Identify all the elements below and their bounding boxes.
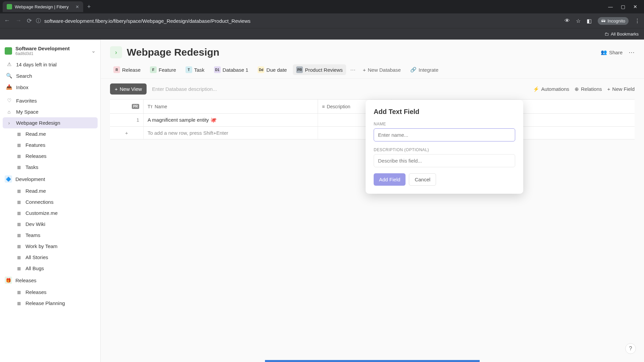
sidebar-item-webpage-redesign[interactable]: › Webpage Redesign — [3, 117, 98, 128]
all-bookmarks-link[interactable]: All Bookmarks — [611, 32, 639, 37]
sidebar-favorites[interactable]: ♡ Favorites — [0, 95, 100, 106]
sidebar-item-label: Releases — [25, 153, 47, 159]
sidebar-child-item[interactable]: ▦Customize.me — [0, 207, 100, 219]
db-tab-label: Release — [122, 67, 141, 73]
sidebar-item-label: Release Planning — [25, 300, 65, 306]
site-info-icon[interactable]: ⓘ — [36, 18, 41, 24]
chevron-right-icon[interactable]: › — [6, 120, 12, 126]
chevron-down-icon[interactable]: ⌄ — [91, 48, 96, 54]
name-input[interactable] — [374, 128, 515, 141]
new-view-button[interactable]: + New View — [110, 83, 147, 95]
sidebar-my-space[interactable]: ⌂ My Space — [0, 106, 100, 117]
description-icon: ≡ — [322, 104, 325, 109]
sidebar-item-label: All Bugs — [25, 265, 44, 271]
sidebar-child-item[interactable]: ▦Features — [0, 139, 100, 150]
database-tab[interactable]: PRProduct Reviews — [293, 64, 346, 75]
more-menu-icon[interactable]: ⋯ — [629, 49, 635, 56]
page-actions: 👥 Share ⋯ — [601, 49, 635, 56]
trial-notice[interactable]: ⚠ 14 days left in trial — [0, 59, 100, 70]
add-field-button[interactable]: Add Field — [374, 173, 406, 186]
back-icon[interactable]: ← — [4, 17, 10, 24]
sidebar: Software Development 6ad8d3d1 ⌄ ⚠ 14 day… — [0, 40, 101, 362]
description-input[interactable] — [374, 154, 515, 167]
database-tab[interactable]: RRelease — [110, 64, 144, 75]
plus-icon: + — [607, 86, 610, 92]
addr-right: 👁 ☆ ◧ 🕶 Incognito ⋮ — [565, 17, 640, 25]
bookmarks-bar: 🗀 All Bookmarks — [0, 28, 644, 40]
reload-icon[interactable]: ⟳ — [27, 17, 32, 24]
sidebar-child-item[interactable]: ▦Release Planning — [0, 298, 100, 309]
nav-buttons: ← → ⟳ — [4, 17, 32, 24]
db-chip-icon: PR — [296, 66, 303, 73]
new-db-label: New Database — [368, 67, 401, 73]
browser-tab[interactable]: Webpage Redesign | Fibery ✕ — [3, 1, 83, 12]
automations-button[interactable]: ⚡ Automations — [533, 86, 569, 92]
row-number-header: PR — [110, 100, 144, 113]
column-description[interactable]: ≡ Description — [318, 100, 372, 113]
browser-menu-icon[interactable]: ⋮ — [635, 18, 640, 24]
sidebar-child-item[interactable]: ▦Work by Team — [0, 241, 100, 252]
page-icon: ▦ — [16, 132, 21, 136]
database-tab[interactable]: DdDue date — [254, 64, 290, 75]
sidebar-inbox[interactable]: 📥 Inbox — [0, 81, 100, 93]
page-icon: ▦ — [16, 244, 21, 249]
share-button[interactable]: 👥 Share — [601, 49, 623, 55]
help-button[interactable]: ? — [625, 343, 636, 354]
collapse-sidebar-button[interactable]: › — [110, 46, 122, 58]
database-tab[interactable]: D1Database 1 — [211, 64, 252, 75]
minimize-icon[interactable]: — — [608, 4, 613, 9]
incognito-badge[interactable]: 🕶 Incognito — [598, 17, 629, 25]
page-icon: ▦ — [16, 233, 21, 238]
workspace-text: Software Development 6ad8d3d1 — [15, 46, 88, 56]
sidebar-space-development[interactable]: 🔷 Development — [0, 173, 100, 185]
sidebar-child-item[interactable]: ▦Teams — [0, 230, 100, 241]
sidebar-child-item[interactable]: ▦Tasks — [0, 162, 100, 173]
sidebar-child-item[interactable]: ▦Releases — [0, 150, 100, 162]
maximize-icon[interactable]: ▢ — [621, 4, 625, 9]
database-description-input[interactable]: Enter Database description... — [152, 86, 527, 92]
db-chip-icon: R — [113, 66, 120, 73]
new-database-button[interactable]: + New Database — [360, 65, 404, 75]
sidebar-item-label: Read.me — [25, 131, 46, 137]
page-title: Webpage Redesign — [127, 47, 219, 58]
favorites-label: Favorites — [16, 98, 37, 104]
database-tab[interactable]: FFeature — [147, 64, 179, 75]
sidebar-item-label: Teams — [25, 232, 40, 238]
eye-off-icon[interactable]: 👁 — [565, 18, 570, 24]
automations-label: Automations — [541, 86, 569, 92]
sidebar-search[interactable]: 🔍 Search — [0, 70, 100, 81]
side-panel-icon[interactable]: ◧ — [587, 18, 592, 24]
sidebar-child-item[interactable]: ▦All Bugs — [0, 263, 100, 274]
plus-icon: + — [115, 86, 118, 92]
integrate-button[interactable]: 🔗 Integrate — [407, 65, 442, 75]
db-chip-icon: Dd — [258, 66, 264, 73]
relations-button[interactable]: ⊕ Relations — [575, 86, 602, 92]
new-field-button[interactable]: + New Field — [607, 86, 635, 92]
sidebar-child-item[interactable]: ▦Read.me — [0, 128, 100, 139]
close-window-icon[interactable]: ✕ — [633, 4, 637, 9]
bookmark-star-icon[interactable]: ☆ — [576, 18, 581, 24]
sidebar-child-item[interactable]: ▦Releases — [0, 287, 100, 298]
page-icon: ▦ — [16, 301, 21, 306]
releases-space-icon: 🎁 — [5, 277, 12, 284]
url-field[interactable]: ⓘ software-development.fibery.io/fibery/… — [36, 18, 560, 24]
trial-text: 14 days left in trial — [16, 62, 57, 67]
workspace-switcher[interactable]: Software Development 6ad8d3d1 ⌄ — [0, 43, 100, 59]
plus-icon: + — [363, 67, 366, 73]
new-tab-button[interactable]: + — [85, 2, 94, 12]
incognito-label: Incognito — [607, 18, 625, 23]
column-name[interactable]: Tт Name — [144, 100, 318, 113]
sidebar-child-item[interactable]: ▦Read.me — [0, 185, 100, 196]
sidebar-item-label: Features — [25, 142, 45, 148]
tab-more-icon[interactable]: ⋯ — [349, 67, 357, 73]
database-tab[interactable]: TTask — [182, 64, 208, 75]
close-tab-icon[interactable]: ✕ — [75, 4, 79, 9]
sidebar-space-releases[interactable]: 🎁 Releases — [0, 274, 100, 287]
forward-icon[interactable]: → — [15, 17, 21, 24]
sidebar-child-item[interactable]: ▦Dev Wiki — [0, 219, 100, 230]
sidebar-child-item[interactable]: ▦All Stories — [0, 252, 100, 263]
sidebar-child-item[interactable]: ▦Connections — [0, 196, 100, 207]
cell-name[interactable]: A magnificent sample entity 🐙 — [144, 114, 318, 126]
cancel-button[interactable]: Cancel — [409, 173, 436, 186]
integrate-label: Integrate — [419, 67, 438, 73]
